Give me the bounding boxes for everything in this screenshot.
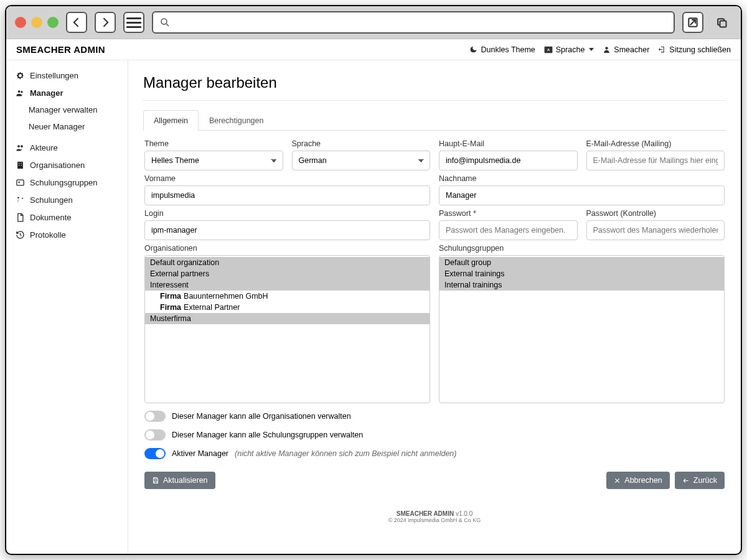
svg-rect-17 xyxy=(16,180,23,185)
list-item[interactable]: FirmaExternal Partner xyxy=(145,302,430,313)
nav-forward-button[interactable] xyxy=(95,12,116,33)
organisations-listbox[interactable]: Default organizationExternal partnersInt… xyxy=(144,255,430,403)
document-icon xyxy=(15,212,25,222)
svg-rect-12 xyxy=(17,161,23,168)
main-email-label: Haupt-E-Mail xyxy=(439,139,578,148)
people-icon xyxy=(15,142,25,152)
svg-rect-15 xyxy=(19,164,19,165)
password-input[interactable] xyxy=(439,220,578,240)
tab-berechtigungen[interactable]: Berechtigungen xyxy=(199,110,275,131)
theme-select[interactable]: Helles Theme xyxy=(144,151,283,170)
chevron-down-icon xyxy=(589,48,594,51)
language-label: Sprache xyxy=(292,139,431,148)
address-bar[interactable] xyxy=(152,11,675,34)
arrow-left-icon xyxy=(682,477,690,484)
id-card-icon xyxy=(15,177,25,187)
sidebar-item-einstellungen[interactable]: Einstellungen xyxy=(6,67,128,84)
language-dropdown[interactable]: A Sprache xyxy=(544,45,594,54)
password-confirm-input[interactable] xyxy=(586,220,725,240)
app-header: SMEACHER ADMIN Dunkles Theme A Sprache S… xyxy=(6,39,741,60)
svg-rect-14 xyxy=(21,162,21,163)
svg-point-7 xyxy=(606,47,608,49)
open-external-button[interactable] xyxy=(682,12,703,33)
building-icon xyxy=(15,160,25,170)
lastname-label: Nachname xyxy=(439,174,725,183)
svg-point-9 xyxy=(21,91,22,93)
organisations-label: Organisationen xyxy=(144,244,430,253)
svg-point-8 xyxy=(17,90,20,93)
svg-point-0 xyxy=(161,19,167,24)
svg-point-19 xyxy=(17,197,19,198)
list-item[interactable]: FirmaBauunternehmen GmbH xyxy=(145,291,430,302)
list-item[interactable]: Default group xyxy=(439,257,724,268)
all-groups-switch[interactable] xyxy=(144,429,166,441)
all-orgs-label: Dieser Manager kann alle Organisationen … xyxy=(172,412,351,421)
search-icon xyxy=(159,17,171,28)
list-item[interactable]: External trainings xyxy=(439,268,724,279)
footer: SMEACHER ADMIN v1.0.0 © 2024 impulsmedia… xyxy=(128,504,741,533)
sidebar-item-schulungen[interactable]: Schulungen xyxy=(6,191,128,208)
all-orgs-switch[interactable] xyxy=(144,411,166,422)
sidebar-item-protokolle[interactable]: Protokolle xyxy=(6,226,128,243)
main-email-input[interactable] xyxy=(439,151,578,170)
mailing-email-input[interactable] xyxy=(586,151,725,170)
window-maximize-icon[interactable] xyxy=(47,17,59,28)
svg-point-10 xyxy=(17,145,20,147)
login-label: Login xyxy=(144,209,430,218)
menu-button[interactable] xyxy=(123,12,144,33)
svg-point-11 xyxy=(21,145,23,147)
language-select[interactable]: German xyxy=(292,151,431,170)
tab-allgemein[interactable]: Allgemein xyxy=(143,110,199,131)
active-manager-switch[interactable] xyxy=(144,448,166,459)
active-manager-note: (nicht aktive Manager können sich zum Be… xyxy=(235,449,456,458)
training-groups-listbox[interactable]: Default groupExternal trainingsInternal … xyxy=(439,255,725,403)
firstname-label: Vorname xyxy=(144,174,430,183)
firstname-input[interactable] xyxy=(144,185,430,205)
list-item[interactable]: Interessent xyxy=(145,279,430,291)
password-label: Passwort * xyxy=(439,209,578,218)
sidebar-item-manager-verwalten[interactable]: Manager verwalten xyxy=(6,101,128,118)
close-icon xyxy=(614,477,621,484)
sidebar-item-organisationen[interactable]: Organisationen xyxy=(6,156,128,174)
back-button[interactable]: Zurück xyxy=(675,472,725,489)
lastname-input[interactable] xyxy=(439,185,725,205)
training-groups-label: Schulungsgruppen xyxy=(439,244,725,253)
sidebar-item-dokumente[interactable]: Dokumente xyxy=(6,208,128,226)
mailing-email-label: E-Mail-Adresse (Mailing) xyxy=(586,139,725,148)
svg-rect-16 xyxy=(21,164,21,165)
sidebar-item-schulungsgruppen[interactable]: Schulungsgruppen xyxy=(6,174,128,191)
user-icon xyxy=(603,45,611,54)
gear-icon xyxy=(15,70,25,80)
sidebar-item-akteure[interactable]: Akteure xyxy=(6,139,128,156)
sidebar-item-neuer-manager[interactable]: Neuer Manager xyxy=(6,118,128,135)
users-icon xyxy=(15,88,25,98)
password-confirm-label: Passwort (Kontrolle) xyxy=(586,209,725,218)
svg-line-1 xyxy=(166,24,169,26)
list-item[interactable]: Musterfirma xyxy=(145,313,430,324)
language-icon: A xyxy=(544,46,553,54)
cancel-button[interactable]: Abbrechen xyxy=(606,472,669,489)
all-groups-label: Dieser Manager kann alle Schulungsgruppe… xyxy=(172,431,363,439)
dark-theme-toggle[interactable]: Dunkles Theme xyxy=(469,45,535,54)
list-item[interactable]: Default organization xyxy=(145,257,430,268)
window-close-icon[interactable] xyxy=(15,17,26,28)
history-icon xyxy=(15,230,25,240)
window-minimize-icon[interactable] xyxy=(31,17,42,28)
login-input[interactable] xyxy=(144,220,430,240)
logout-icon xyxy=(658,45,666,54)
copy-icon[interactable] xyxy=(711,12,732,33)
list-item[interactable]: Internal trainings xyxy=(439,279,724,291)
logout-link[interactable]: Sitzung schließen xyxy=(658,45,731,54)
list-item[interactable]: External partners xyxy=(145,268,430,279)
nav-back-button[interactable] xyxy=(66,12,87,33)
sidebar: Einstellungen Manager Manager verwalten … xyxy=(6,60,128,554)
sidebar-item-manager[interactable]: Manager xyxy=(6,84,128,101)
update-button[interactable]: Aktualisieren xyxy=(144,472,215,489)
training-icon xyxy=(15,195,25,205)
app-brand: SMEACHER ADMIN xyxy=(16,44,105,55)
svg-rect-4 xyxy=(720,21,726,27)
svg-point-18 xyxy=(18,181,20,183)
address-input[interactable] xyxy=(176,17,667,27)
svg-rect-13 xyxy=(19,162,19,163)
user-menu[interactable]: Smeacher xyxy=(603,45,649,54)
